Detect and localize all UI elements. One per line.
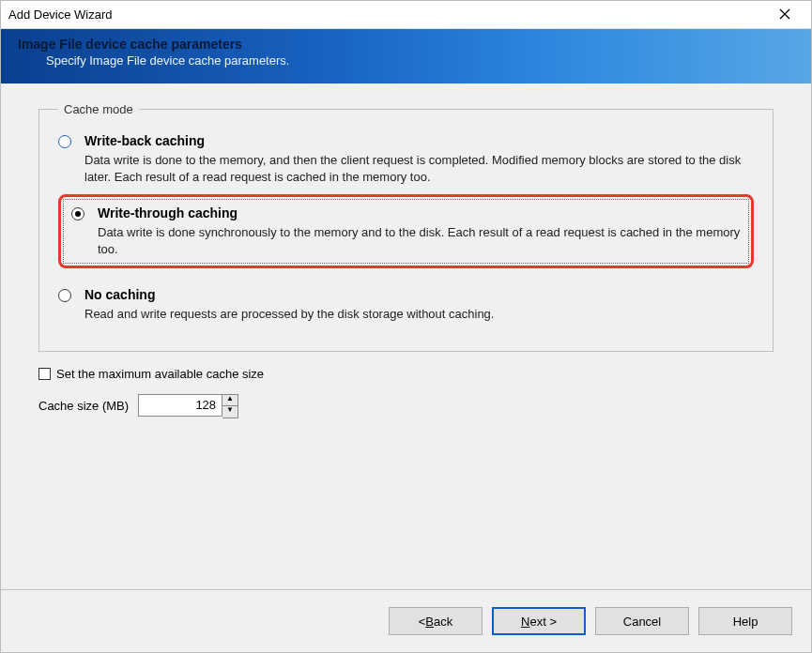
spinner-down-icon[interactable]: ▼ bbox=[222, 406, 237, 418]
option-title: No caching bbox=[84, 287, 754, 302]
max-cache-label: Set the maximum available cache size bbox=[56, 367, 264, 381]
radio-write-back[interactable] bbox=[58, 135, 71, 148]
window-title: Add Device Wizard bbox=[8, 8, 766, 22]
option-title: Write-through caching bbox=[98, 205, 741, 220]
max-cache-checkbox[interactable] bbox=[38, 368, 51, 380]
highlight-annotation: Write-through caching Data write is done… bbox=[58, 194, 754, 268]
cache-mode-group: Cache mode Write-back caching Data write… bbox=[38, 102, 774, 352]
option-write-through[interactable]: Write-through caching Data write is done… bbox=[71, 205, 741, 257]
back-button[interactable]: < Back bbox=[389, 607, 483, 635]
option-desc: Read and write requests are processed by… bbox=[84, 306, 754, 323]
titlebar: Add Device Wizard bbox=[1, 1, 811, 29]
spinner-up-icon[interactable]: ▲ bbox=[222, 395, 237, 406]
cancel-button[interactable]: Cancel bbox=[595, 607, 689, 635]
button-bar: < Back Next > Cancel Help bbox=[1, 589, 811, 652]
cache-size-row: Cache size (MB) ▲ ▼ bbox=[38, 394, 774, 418]
max-cache-row[interactable]: Set the maximum available cache size bbox=[38, 367, 774, 381]
radio-write-through[interactable] bbox=[71, 207, 84, 220]
option-no-caching[interactable]: No caching Read and write requests are p… bbox=[58, 281, 754, 332]
cache-size-input[interactable] bbox=[138, 394, 222, 417]
next-button[interactable]: Next > bbox=[492, 607, 586, 635]
content-area: Cache mode Write-back caching Data write… bbox=[1, 84, 811, 589]
option-desc: Data write is done to the memory, and th… bbox=[84, 152, 754, 185]
radio-no-caching[interactable] bbox=[58, 289, 71, 302]
radio-selected-dot bbox=[75, 211, 81, 217]
help-button[interactable]: Help bbox=[698, 607, 792, 635]
cache-size-label: Cache size (MB) bbox=[38, 399, 129, 413]
dialog-window: Add Device Wizard Image File device cach… bbox=[0, 0, 812, 653]
cache-mode-legend: Cache mode bbox=[58, 102, 139, 116]
close-icon[interactable] bbox=[766, 7, 804, 23]
option-title: Write-back caching bbox=[84, 133, 754, 148]
option-desc: Data write is done synchronously to the … bbox=[98, 224, 741, 257]
banner-subtitle: Specify Image File device cache paramete… bbox=[46, 53, 794, 68]
wizard-banner: Image File device cache parameters Speci… bbox=[1, 29, 811, 84]
option-write-back[interactable]: Write-back caching Data write is done to… bbox=[58, 128, 754, 194]
cache-size-spinner[interactable]: ▲ ▼ bbox=[138, 394, 238, 418]
banner-title: Image File device cache parameters bbox=[18, 37, 794, 52]
